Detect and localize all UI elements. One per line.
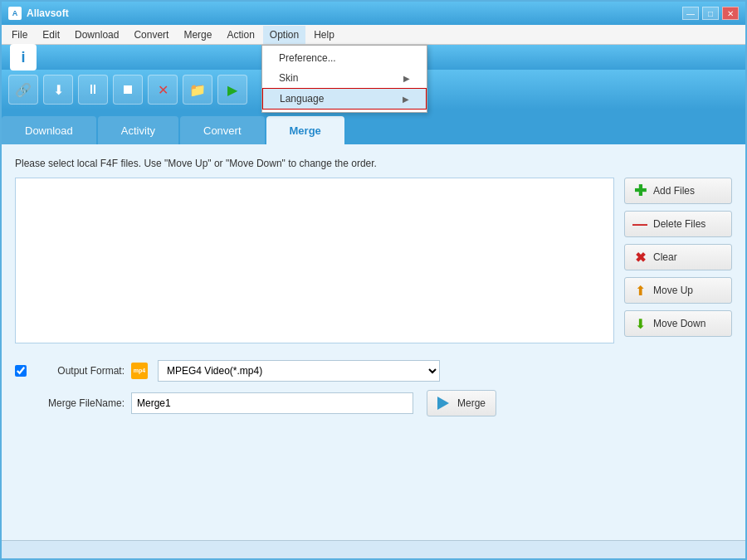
tab-bar: Download Activity Convert Merge <box>2 110 745 144</box>
skin-arrow-icon: ▶ <box>403 74 410 83</box>
toolbar-folder-button[interactable]: 📁 <box>183 75 212 105</box>
down-arrow-icon: ⬇ <box>633 317 647 330</box>
menu-action[interactable]: Action <box>220 26 261 44</box>
move-down-label: Move Down <box>653 318 706 329</box>
menu-file[interactable]: File <box>5 26 34 44</box>
up-arrow-icon: ⬆ <box>633 284 647 297</box>
close-button[interactable]: ✕ <box>722 7 739 20</box>
tab-download-label: Download <box>25 124 73 137</box>
merge-filename-input[interactable] <box>131 392 413 414</box>
output-format-row: Output Format: mp4 MPEG4 Video(*.mp4) <box>15 360 732 382</box>
toolbar-download-button[interactable]: ⬇ <box>43 75 73 105</box>
toolbar-link-button[interactable]: 🔗 <box>8 75 38 105</box>
merge-button[interactable]: Merge <box>427 390 496 416</box>
delete-files-button[interactable]: — Delete Files <box>624 211 732 237</box>
status-bar <box>2 540 745 558</box>
menu-edit[interactable]: Edit <box>36 26 66 44</box>
tab-activity-label: Activity <box>121 124 155 137</box>
title-bar: A Allavsoft — □ ✕ <box>2 2 745 25</box>
logo-icon: i <box>10 44 37 71</box>
add-files-label: Add Files <box>653 185 695 197</box>
merge-filename-label: Merge FileName: <box>33 397 124 409</box>
output-format-select[interactable]: MPEG4 Video(*.mp4) <box>158 360 440 382</box>
delete-files-label: Delete Files <box>653 218 706 230</box>
tab-merge[interactable]: Merge <box>266 116 344 144</box>
move-down-button[interactable]: ⬇ Move Down <box>624 310 732 337</box>
tab-download[interactable]: Download <box>2 116 96 144</box>
bottom-form: Output Format: mp4 MPEG4 Video(*.mp4) Me… <box>15 360 732 416</box>
menu-download[interactable]: Download <box>68 26 125 44</box>
toolbar-cancel-button[interactable]: ✕ <box>148 75 178 105</box>
tab-activity[interactable]: Activity <box>98 116 178 144</box>
clear-button[interactable]: ✖ Clear <box>624 244 732 270</box>
file-list[interactable] <box>15 178 614 343</box>
tab-merge-label: Merge <box>290 124 321 137</box>
menu-help[interactable]: Help <box>307 26 341 44</box>
right-action-buttons: ✚ Add Files — Delete Files ✖ Clear ⬆ Mov… <box>624 178 732 343</box>
menu-option[interactable]: Option <box>263 26 305 44</box>
minimize-button[interactable]: — <box>682 7 699 20</box>
tab-convert[interactable]: Convert <box>180 116 265 144</box>
clear-label: Clear <box>653 251 677 263</box>
main-content: Please select local F4F files. Use "Move… <box>2 144 745 540</box>
toolbar-pause-button[interactable]: ⏸ <box>78 75 108 105</box>
mp4-icon: mp4 <box>131 363 148 379</box>
tab-convert-label: Convert <box>203 124 242 137</box>
move-up-label: Move Up <box>653 285 693 296</box>
menu-preference[interactable]: Preference... <box>262 48 427 68</box>
menu-merge[interactable]: Merge <box>177 26 218 44</box>
window-title: Allavsoft <box>27 7 69 19</box>
content-area: ✚ Add Files — Delete Files ✖ Clear ⬆ Mov… <box>15 178 732 343</box>
skin-label: Skin <box>279 72 298 84</box>
toolbar-play-button[interactable]: ▶ <box>217 75 247 105</box>
menu-bar: File Edit Download Convert Merge Action … <box>2 25 745 45</box>
add-files-button[interactable]: ✚ Add Files <box>624 178 732 204</box>
title-controls: — □ ✕ <box>682 7 739 20</box>
merge-filename-row: Merge FileName: Merge <box>15 390 732 416</box>
plus-icon: ✚ <box>633 184 647 197</box>
preference-label: Preference... <box>279 52 336 64</box>
output-format-checkbox[interactable] <box>15 365 27 377</box>
toolbar-stop-button[interactable]: ⏹ <box>113 75 143 105</box>
instruction-text: Please select local F4F files. Use "Move… <box>15 158 732 169</box>
language-arrow-icon: ▶ <box>403 95 409 104</box>
menu-convert[interactable]: Convert <box>127 26 175 44</box>
move-up-button[interactable]: ⬆ Move Up <box>624 277 732 304</box>
maximize-button[interactable]: □ <box>702 7 719 20</box>
merge-arrow-icon <box>437 397 449 410</box>
merge-button-label: Merge <box>457 397 486 409</box>
output-format-label: Output Format: <box>33 365 124 377</box>
minus-icon: — <box>633 217 647 231</box>
language-label: Language <box>280 93 324 105</box>
menu-skin[interactable]: Skin ▶ <box>262 68 427 88</box>
app-window: A Allavsoft — □ ✕ File Edit Download Con… <box>0 0 747 560</box>
x-icon: ✖ <box>633 251 647 264</box>
menu-language[interactable]: Language ▶ <box>262 88 427 110</box>
option-dropdown-menu: Preference... Skin ▶ Language ▶ <box>261 45 427 113</box>
app-icon: A <box>8 7 22 20</box>
